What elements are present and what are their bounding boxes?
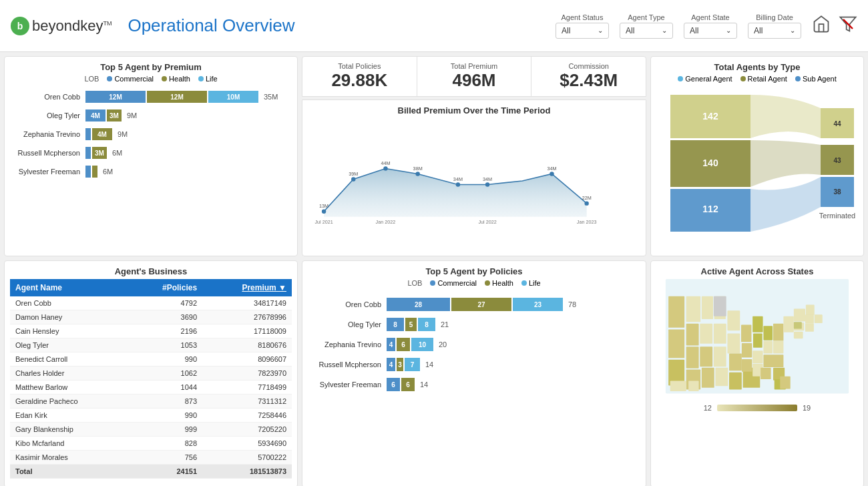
x-label: Jan 2022 bbox=[376, 219, 396, 225]
agent-state-filter: Agent State All ⌄ bbox=[684, 13, 737, 39]
chevron-down-icon: ⌄ bbox=[662, 27, 667, 34]
cell-agent-name: Cain Hensley bbox=[10, 324, 129, 338]
data-point bbox=[322, 209, 326, 213]
cell-premium: 7258446 bbox=[202, 409, 292, 423]
agents-type-legend: General Agent Retail Agent Sub Agent bbox=[656, 75, 858, 83]
legend-life: Life bbox=[198, 75, 218, 83]
total-policies-label: Total Policies bbox=[308, 62, 411, 70]
state-nc bbox=[773, 354, 783, 367]
life-dot bbox=[198, 76, 204, 81]
agent-state-select[interactable]: All ⌄ bbox=[684, 23, 737, 39]
table-row: Matthew Barlow 1044 7718499 bbox=[10, 381, 292, 395]
table-row: Oren Cobb 4792 34817149 bbox=[10, 296, 292, 310]
state-ky bbox=[763, 341, 773, 354]
agent-status-select[interactable]: All ⌄ bbox=[556, 23, 609, 39]
p-bar-segments: 28 27 23 78 bbox=[387, 298, 576, 311]
chart-label: 38M bbox=[413, 166, 423, 172]
bar-total: 6M bbox=[112, 149, 122, 157]
state-ar bbox=[742, 359, 752, 372]
cell-total-premium: 181513873 bbox=[202, 465, 292, 479]
agent-status-label: Agent Status bbox=[562, 13, 604, 21]
business-table-wrapper[interactable]: Agent Name #Policies Premium ▼ Oren Cobb… bbox=[10, 279, 292, 481]
legend-commercial: Commercial bbox=[107, 75, 154, 83]
cell-policies: 3690 bbox=[129, 310, 202, 324]
state-nv bbox=[686, 346, 699, 369]
cell-policies: 2196 bbox=[129, 324, 202, 338]
table-row: Benedict Carroll 990 8096607 bbox=[10, 352, 292, 367]
header: b beyondkeyTM Operational Overview Agent… bbox=[0, 0, 868, 52]
logo-brand: beyondkeyTM bbox=[32, 17, 112, 35]
health-bar: 12M bbox=[147, 91, 207, 103]
cell-policies: 4792 bbox=[129, 296, 202, 310]
p-commercial-bar: 8 bbox=[387, 318, 404, 331]
state-nm bbox=[702, 368, 714, 388]
x-label: Jul 2022 bbox=[478, 219, 496, 225]
legend-general: General Agent bbox=[678, 75, 732, 83]
table-header-row: Agent Name #Policies Premium ▼ bbox=[10, 279, 292, 296]
billing-date-label: Billing Date bbox=[756, 13, 793, 21]
billed-premium-title: Billed Premium Over the Time Period bbox=[308, 105, 640, 115]
billing-date-select[interactable]: All ⌄ bbox=[748, 23, 801, 39]
svg-line-1 bbox=[843, 19, 853, 29]
chart-label: 34M bbox=[453, 176, 463, 182]
billing-date-filter: Billing Date All ⌄ bbox=[748, 13, 801, 39]
bar-segments: 4M 3M 9M bbox=[85, 109, 137, 121]
legend-sub: Sub Agent bbox=[795, 75, 837, 83]
cell-premium: 34817149 bbox=[202, 296, 292, 310]
legend-p-life: Life bbox=[521, 279, 541, 287]
state-pa bbox=[783, 316, 793, 332]
cell-agent-name: Kibo Mcfarland bbox=[10, 437, 129, 451]
cell-premium: 27678996 bbox=[202, 310, 292, 324]
data-point bbox=[485, 182, 489, 186]
p-life-dot bbox=[521, 280, 527, 286]
cell-premium: 5934690 bbox=[202, 437, 292, 451]
cell-policies: 1062 bbox=[129, 367, 202, 381]
commercial-dot bbox=[107, 76, 112, 81]
cell-policies: 999 bbox=[129, 423, 202, 437]
state-ma bbox=[805, 324, 814, 332]
agent-type-filter: Agent Type All ⌄ bbox=[620, 13, 673, 39]
logo-letter: b bbox=[17, 21, 23, 31]
p-life-bar: 10 bbox=[411, 338, 433, 351]
flow-retail bbox=[750, 95, 821, 138]
term-general-label: 38 bbox=[833, 188, 841, 196]
flow-general bbox=[750, 177, 821, 232]
table-row: Kibo Mcfarland 828 5934690 bbox=[10, 437, 292, 451]
agent-type-select[interactable]: All ⌄ bbox=[620, 23, 673, 39]
billed-premium-chart: Billed Premium Over the Time Period bbox=[302, 99, 646, 256]
cell-policies: 990 bbox=[129, 352, 202, 367]
x-label: Jan 2023 bbox=[577, 219, 597, 225]
cell-policies: 1044 bbox=[129, 381, 202, 395]
filter-bar: Agent Status All ⌄ Agent Type All ⌄ Agen… bbox=[556, 13, 801, 39]
state-co bbox=[700, 346, 712, 367]
cell-agent-name: Charles Holder bbox=[10, 367, 129, 381]
total-policies-value: 29.88K bbox=[308, 70, 411, 91]
cell-total-name: Total bbox=[10, 465, 129, 479]
cell-agent-name: Oleg Tyler bbox=[10, 338, 129, 352]
life-bar: 10M bbox=[208, 91, 258, 103]
state-il bbox=[742, 343, 752, 357]
p-bar-segments: 6 6 14 bbox=[387, 378, 428, 391]
p-total: 14 bbox=[420, 381, 428, 389]
filter-clear-icon[interactable] bbox=[839, 15, 857, 37]
agents-type-card: Total Agents by Type General Agent Retai… bbox=[650, 56, 864, 256]
cell-agent-name: Oren Cobb bbox=[10, 296, 129, 310]
bar-row-zephania: Zephania Trevino 4M 9M bbox=[15, 128, 286, 140]
p-total: 14 bbox=[425, 360, 433, 369]
cell-premium: 8096607 bbox=[202, 352, 292, 367]
home-icon[interactable] bbox=[812, 15, 831, 37]
table-row: Kasimir Morales 756 5700222 bbox=[10, 451, 292, 465]
data-point bbox=[550, 172, 554, 176]
state-mt bbox=[686, 296, 700, 322]
bar-row-oleg: Oleg Tyler 4M 3M 9M bbox=[15, 109, 286, 121]
state-id bbox=[686, 324, 699, 346]
cell-agent-name: Matthew Barlow bbox=[10, 381, 129, 395]
bar-segments: 12M 12M 10M 35M bbox=[85, 91, 278, 103]
cell-total-policies: 24151 bbox=[129, 465, 202, 479]
state-ok bbox=[729, 373, 742, 390]
business-table-card: Agent's Business Agent Name #Policies Pr… bbox=[4, 260, 298, 486]
bar-total: 9M bbox=[127, 111, 137, 119]
top-premium-card: Top 5 Agent by Premium LOB Commercial He… bbox=[4, 56, 298, 256]
cell-premium: 7311312 bbox=[202, 395, 292, 409]
data-point bbox=[456, 182, 460, 186]
